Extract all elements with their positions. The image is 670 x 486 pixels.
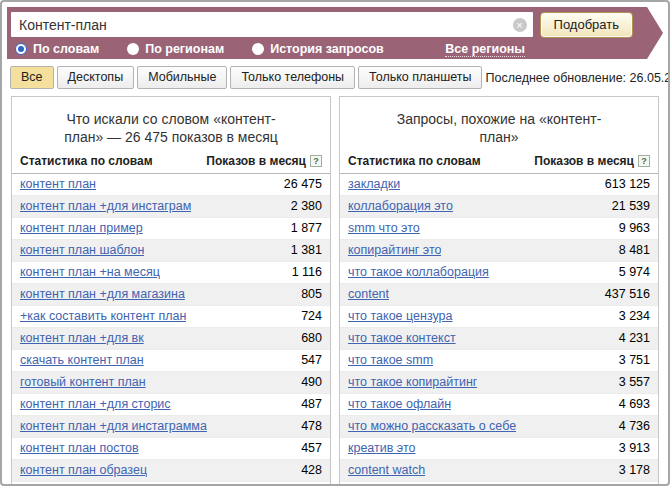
mode-option-query-history[interactable]: История запросов [252,42,384,56]
table-row: контент план 26 475 [12,174,330,196]
impressions-value: 1 381 [283,243,322,257]
table-row: что такое копирайтинг 3 557 [340,372,658,394]
keyword-link[interactable]: что такое контекст [348,331,456,345]
last-update-text: Последнее обновление: 26.05.2022 [485,71,670,85]
keyword-link[interactable]: что такое офлайн [348,397,451,411]
table-row: что такое контекст 4 231 [340,328,658,350]
mode-row: По словам По регионам История запросов В… [11,39,633,59]
tab-desktops[interactable]: Десктопы [57,66,135,89]
table-row: content 437 516 [340,284,658,306]
clear-icon[interactable]: × [513,18,527,32]
help-icon[interactable]: ? [638,155,650,167]
keyword-link[interactable]: контент план +на месяц [20,265,160,279]
keyword-link[interactable]: content [348,287,389,301]
impressions-value: 613 125 [597,177,650,191]
search-input[interactable] [19,17,513,33]
keyword-link[interactable]: готовый контент план [20,375,146,389]
search-banner: × Подобрать По словам По регионам Истори… [7,7,663,59]
impressions-value: 3 234 [611,309,650,323]
mode-option-by-regions[interactable]: По регионам [127,42,224,56]
keyword-link[interactable]: коллаборация это [348,199,453,213]
impressions-value: 3 557 [611,375,650,389]
search-submit-button[interactable]: Подобрать [540,12,633,38]
table-row: закладки 613 125 [340,174,658,196]
keyword-link[interactable]: что такое копирайтинг [348,375,477,389]
impressions-value: 487 [293,397,322,411]
impressions-value: 26 475 [276,177,322,191]
keyword-link[interactable]: что такое цензура [348,309,453,323]
table-header: Статистика по словам Показов в месяц? [340,150,658,174]
impressions-value: 680 [293,331,322,345]
impressions-value: 4 231 [611,331,650,345]
similar-queries-table: закладки 613 125 коллаборация это 21 539… [340,174,658,486]
column-header-keywords: Статистика по словам [20,154,153,168]
table-row: +как составить контент план 724 [12,306,330,328]
keyword-link[interactable]: контент план +для вк [20,331,144,345]
table-row: контент план +для вк 680 [12,328,330,350]
keyword-link[interactable]: креатив это [348,441,416,455]
table-row: контент план +на месяц 1 116 [12,262,330,284]
result-panels: Что искали со словом «контент-план» — 26… [11,96,659,486]
impressions-value: 8 481 [611,243,650,257]
table-row: контент план пример 1 877 [12,218,330,240]
keyword-link[interactable]: что такое коллаборация [348,265,489,279]
column-header-impressions: Показов в месяц? [206,154,322,168]
keyword-link[interactable]: копирайтинг это [348,243,441,257]
keyword-link[interactable]: контент план +для инстаграмма [20,419,207,433]
column-header-impressions: Показов в месяц? [534,154,650,168]
mode-option-label: По регионам [145,42,224,56]
tab-tablets-only[interactable]: Только планшеты [358,66,482,89]
radio-icon[interactable] [252,43,264,55]
impressions-value: 1 116 [284,265,322,279]
impressions-value: 9 963 [611,221,650,235]
keyword-link[interactable]: контент план постов [20,441,139,455]
radio-selected-icon[interactable] [15,43,27,55]
keyword-table: контент план 26 475 контент план +для ин… [12,174,330,486]
keyword-link[interactable]: контент план +для сторис [20,397,171,411]
keyword-link[interactable]: что можно рассказать о себе [348,419,516,433]
right-panel-similar-queries: Запросы, похожие на «контент-план» Стати… [339,96,659,486]
help-icon[interactable]: ? [310,155,322,167]
keyword-link[interactable]: контент план образец [20,463,147,477]
tab-mobile[interactable]: Мобильные [137,66,227,89]
keyword-link[interactable]: контент план [20,177,96,191]
table-row: контент план +для сторис 487 [12,394,330,416]
tab-all[interactable]: Все [10,66,54,89]
table-row: скачать контент план 547 [12,350,330,372]
impressions-value: 3 913 [611,441,650,455]
all-regions-link[interactable]: Все регионы [445,42,525,57]
radio-icon[interactable] [127,43,139,55]
device-tabbar: Все Десктопы Мобильные Только телефоны Т… [10,66,661,89]
tab-phones-only[interactable]: Только телефоны [230,66,355,89]
keyword-link[interactable]: контент план +для инстаграм [20,199,191,213]
mode-option-by-words[interactable]: По словам [15,42,99,56]
keyword-link[interactable]: что такое smm [348,353,433,367]
keyword-link[interactable]: контент план +для магазина [20,287,185,301]
impressions-value: 2 380 [283,199,322,213]
panel-title: Запросы, похожие на «контент-план» [340,106,658,150]
impressions-value: 5 974 [611,265,650,279]
impressions-value: 547 [293,353,322,367]
impressions-value: 724 [293,309,322,323]
table-row: контент план постов 457 [12,438,330,460]
table-row: что такое коллаборация 5 974 [340,262,658,284]
table-row: креатив это 3 913 [340,438,658,460]
table-row: что можно рассказать о себе 4 736 [340,416,658,438]
mode-option-label: По словам [33,42,99,56]
search-box: × [11,12,533,37]
impressions-value: 21 539 [604,199,650,213]
table-row: контент план +для магазина 805 [12,284,330,306]
keyword-link[interactable]: скачать контент план [20,353,144,367]
table-row: контент план салона 410 [12,482,330,486]
keyword-link[interactable]: закладки [348,177,400,191]
keyword-link[interactable]: контент план пример [20,221,143,235]
keyword-link[interactable]: content watch [348,463,425,477]
keyword-link[interactable]: smm что это [348,221,420,235]
table-row: что такое smm 3 751 [340,350,658,372]
table-row: офлайн что это 9 596 [340,482,658,486]
table-header: Статистика по словам Показов в месяц? [12,150,330,174]
table-row: контент план +для инстаграмма 478 [12,416,330,438]
keyword-link[interactable]: контент план шаблон [20,243,144,257]
left-panel-keyword-stats: Что искали со словом «контент-план» — 26… [11,96,331,486]
keyword-link[interactable]: +как составить контент план [20,309,186,323]
